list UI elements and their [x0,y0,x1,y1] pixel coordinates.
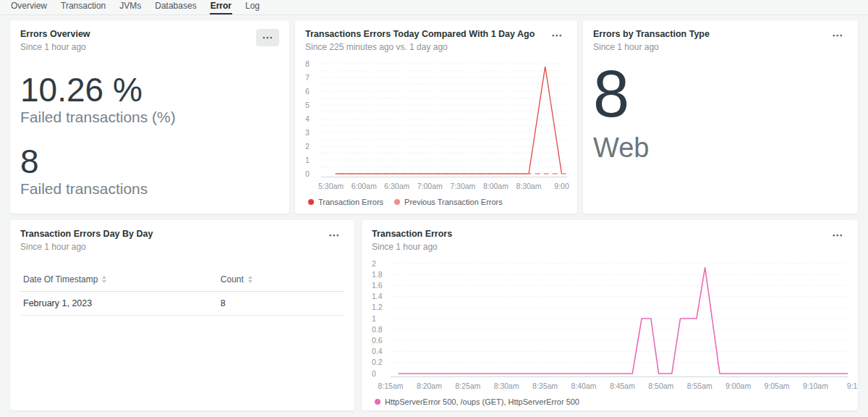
column-header-label: Date Of Timestamp [23,274,98,285]
y-tick-label: 0 [372,369,376,378]
metric-failed-transactions-pct: 10.26 % Failed transactions (%) [20,73,279,126]
x-tick-label: 8:50am [648,382,673,390]
x-tick-label: 9:00am [726,382,751,390]
x-tick-label: 8:35am [532,382,558,390]
column-header-date[interactable]: Date Of Timestamp [23,268,221,291]
sort-icon [102,274,106,285]
y-tick-label: 1.4 [372,292,383,300]
card-errors-day-by-day: Transaction Errors Day By Day Since 1 ho… [10,220,354,410]
y-tick-label: 0.6 [372,336,383,345]
transaction-errors-line-chart: 00.20.40.60.811.21.41.61.828:15am8:20am8… [372,258,848,406]
transaction-type-label: Web [593,132,848,164]
tab-jvms[interactable]: JVMs [119,0,142,14]
tab-databases[interactable]: Databases [154,0,197,14]
tab-overview[interactable]: Overview [10,0,48,14]
card-header: Errors Overview Since 1 hour ago ⋯ [20,29,279,52]
x-tick-label: 6:00am [352,182,377,190]
x-axis: 8:15am8:20am8:25am8:30am8:35am8:40am8:45… [391,379,848,392]
card-errors-overview: Errors Overview Since 1 hour ago ⋯ 10.26… [10,20,289,214]
legend-dot-icon [375,399,380,405]
x-tick-label: 6:30am [384,182,409,190]
card-subtitle: Since 1 hour ago [593,42,710,52]
x-tick-label: 8:45am [610,382,635,390]
tab-log[interactable]: Log [244,0,260,14]
y-axis: 00.20.40.60.811.21.41.61.82 [372,258,391,378]
card-header: Transaction Errors Day By Day Since 1 ho… [20,229,344,252]
metric-failed-transactions: 8 Failed transactions [20,145,279,198]
y-tick-label: 0.2 [372,358,383,366]
error-count-value: 8 [593,64,848,126]
metric-label: Failed transactions [20,180,279,198]
column-header-count[interactable]: Count [221,268,341,291]
ellipsis-menu-icon[interactable]: ⋯ [547,29,567,42]
legend-item[interactable]: Previous Transaction Errors [394,198,503,206]
legend-label: Transaction Errors [318,198,383,206]
y-tick-label: 1.8 [372,270,383,279]
y-tick-label: 1.2 [372,303,383,311]
x-tick-label: 8:30am [516,182,541,190]
dashboard: Errors Overview Since 1 hour ago ⋯ 10.26… [0,15,868,410]
y-tick-label: 5 [305,101,310,109]
x-axis: 5:30am6:00am6:30am7:00am7:30am8:00am8:30… [321,180,567,192]
plot-area [321,58,567,178]
dashboard-row-bottom: Transaction Errors Day By Day Since 1 ho… [10,220,858,410]
ellipsis-menu-icon[interactable]: ⋯ [827,29,848,42]
tab-transaction[interactable]: Transaction [60,0,106,14]
y-tick-label: 1 [305,156,310,164]
y-tick-label: 4 [305,114,310,123]
card-subtitle: Since 1 hour ago [20,42,90,52]
y-tick-label: 2 [305,142,310,151]
x-tick-label: 8:20am [417,382,442,390]
y-tick-label: 2 [372,259,376,268]
x-tick-label: 7:00am [417,182,443,190]
chart-svg [391,258,848,378]
cell-date: February 1, 2023 [23,292,221,315]
table-row[interactable]: February 1, 2023 8 [20,292,344,316]
card-errors-compare: Transactions Errors Today Compared With … [295,20,577,214]
tab-error[interactable]: Error [210,0,232,14]
legend-label: Previous Transaction Errors [404,198,503,206]
x-tick-label: 9:10am [803,382,828,390]
card-subtitle: Since 225 minutes ago vs. 1 day ago [305,42,535,52]
y-tick-label: 0.8 [372,325,383,334]
dashboard-row-top: Errors Overview Since 1 hour ago ⋯ 10.26… [10,20,858,214]
chart-legend: Transaction ErrorsPrevious Transaction E… [305,198,567,206]
x-tick-label: 8:30am [494,382,519,390]
y-tick-label: 8 [305,59,310,68]
legend-label: HttpServerError 500, /oups (GET), HttpSe… [385,397,579,406]
x-tick-label: 5:30am [318,182,344,190]
chart-legend: HttpServerError 500, /oups (GET), HttpSe… [372,397,848,406]
x-tick-label: 7:30am [450,182,475,190]
y-tick-label: 1.6 [372,281,383,290]
card-errors-by-type: Errors by Transaction Type Since 1 hour … [583,20,858,214]
y-tick-label: 3 [305,128,310,137]
x-tick-label: 8:15am [378,382,403,390]
y-tick-label: 0.4 [372,347,383,355]
legend-item[interactable]: HttpServerError 500, /oups (GET), HttpSe… [375,397,579,406]
legend-item[interactable]: Transaction Errors [308,198,383,206]
ellipsis-menu-icon[interactable]: ⋯ [324,229,344,242]
ellipsis-menu-icon[interactable]: ⋯ [256,29,279,46]
y-tick-label: 6 [305,87,310,96]
card-header: Transactions Errors Today Compared With … [305,29,567,52]
card-subtitle: Since 1 hour ago [20,242,153,252]
compare-line-chart: 0123456785:30am6:00am6:30am7:00am7:30am8… [305,58,567,206]
legend-dot-icon [394,199,400,205]
y-tick-label: 7 [305,73,310,82]
x-tick-label: 9:15 [847,382,858,390]
column-header-label: Count [221,274,244,285]
card-subtitle: Since 1 hour ago [372,242,452,252]
ellipsis-menu-icon[interactable]: ⋯ [827,229,848,242]
x-tick-label: 9:05am [765,382,790,390]
sort-icon [248,274,252,285]
card-title: Errors by Transaction Type [593,29,710,41]
metric-value: 8 [20,145,279,178]
card-title: Transactions Errors Today Compared With … [305,29,535,41]
metric-value: 10.26 % [20,73,279,106]
x-tick-label: 8:25am [455,382,480,390]
x-tick-label: 8:55am [687,382,712,390]
card-header: Errors by Transaction Type Since 1 hour … [593,29,848,52]
card-transaction-errors: Transaction Errors Since 1 hour ago ⋯ 00… [362,220,858,410]
metric-label: Failed transactions (%) [20,109,279,126]
card-title: Transaction Errors [372,229,452,240]
